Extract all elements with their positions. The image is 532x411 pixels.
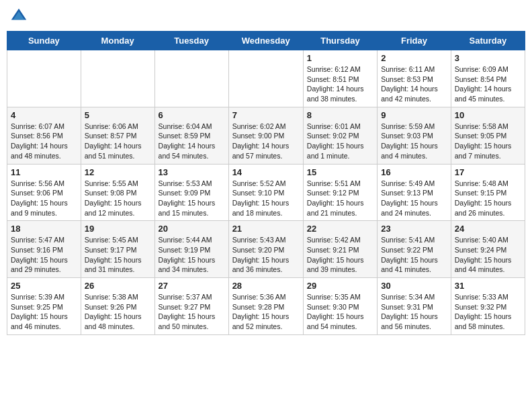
weekday-saturday: Saturday xyxy=(451,32,525,50)
day-info: Sunrise: 5:58 AM Sunset: 9:05 PM Dayligh… xyxy=(455,122,521,161)
calendar-cell: 22Sunrise: 5:42 AM Sunset: 9:21 PM Dayli… xyxy=(303,221,377,278)
calendar-cell: 9Sunrise: 5:59 AM Sunset: 9:03 PM Daylig… xyxy=(378,107,451,164)
day-info: Sunrise: 5:37 AM Sunset: 9:27 PM Dayligh… xyxy=(159,292,225,332)
calendar-cell xyxy=(7,50,81,107)
calendar-cell: 6Sunrise: 6:04 AM Sunset: 8:59 PM Daylig… xyxy=(154,107,228,164)
day-number: 9 xyxy=(381,110,447,120)
day-number: 6 xyxy=(159,110,225,120)
calendar-cell: 17Sunrise: 5:48 AM Sunset: 9:15 PM Dayli… xyxy=(451,164,525,221)
day-info: Sunrise: 5:53 AM Sunset: 9:09 PM Dayligh… xyxy=(159,179,225,218)
day-number: 14 xyxy=(232,167,300,177)
calendar-cell: 10Sunrise: 5:58 AM Sunset: 9:05 PM Dayli… xyxy=(451,107,525,164)
day-number: 29 xyxy=(307,281,373,291)
calendar-cell: 29Sunrise: 5:35 AM Sunset: 9:30 PM Dayli… xyxy=(303,278,377,335)
day-info: Sunrise: 5:35 AM Sunset: 9:30 PM Dayligh… xyxy=(307,292,373,332)
day-number: 12 xyxy=(85,167,151,177)
day-info: Sunrise: 6:07 AM Sunset: 8:56 PM Dayligh… xyxy=(11,122,77,161)
day-number: 10 xyxy=(455,110,521,120)
calendar-cell: 13Sunrise: 5:53 AM Sunset: 9:09 PM Dayli… xyxy=(154,164,228,221)
calendar-cell: 30Sunrise: 5:34 AM Sunset: 9:31 PM Dayli… xyxy=(378,278,451,335)
calendar-cell: 3Sunrise: 6:09 AM Sunset: 8:54 PM Daylig… xyxy=(451,50,525,107)
day-number: 27 xyxy=(159,281,225,291)
calendar-cell: 20Sunrise: 5:44 AM Sunset: 9:19 PM Dayli… xyxy=(154,221,228,278)
calendar-cell: 16Sunrise: 5:49 AM Sunset: 9:13 PM Dayli… xyxy=(378,164,451,221)
calendar-cell: 25Sunrise: 5:39 AM Sunset: 9:25 PM Dayli… xyxy=(7,278,81,335)
week-row-1: 1Sunrise: 6:12 AM Sunset: 8:51 PM Daylig… xyxy=(7,50,525,107)
day-info: Sunrise: 5:44 AM Sunset: 9:19 PM Dayligh… xyxy=(159,235,225,275)
day-number: 4 xyxy=(11,110,77,120)
day-number: 24 xyxy=(455,224,521,234)
day-number: 28 xyxy=(232,281,300,291)
day-number: 1 xyxy=(307,53,373,63)
calendar-cell: 8Sunrise: 6:01 AM Sunset: 9:02 PM Daylig… xyxy=(303,107,377,164)
week-row-4: 18Sunrise: 5:47 AM Sunset: 9:16 PM Dayli… xyxy=(7,221,525,278)
day-info: Sunrise: 5:36 AM Sunset: 9:28 PM Dayligh… xyxy=(232,292,300,332)
calendar-cell: 2Sunrise: 6:11 AM Sunset: 8:53 PM Daylig… xyxy=(378,50,451,107)
calendar-cell xyxy=(81,50,154,107)
day-info: Sunrise: 5:42 AM Sunset: 9:21 PM Dayligh… xyxy=(307,235,373,275)
calendar-cell: 24Sunrise: 5:40 AM Sunset: 9:24 PM Dayli… xyxy=(451,221,525,278)
day-number: 18 xyxy=(11,224,77,234)
day-info: Sunrise: 6:01 AM Sunset: 9:02 PM Dayligh… xyxy=(307,122,373,161)
day-info: Sunrise: 5:40 AM Sunset: 9:24 PM Dayligh… xyxy=(455,235,521,275)
day-info: Sunrise: 5:41 AM Sunset: 9:22 PM Dayligh… xyxy=(381,235,447,275)
day-info: Sunrise: 5:59 AM Sunset: 9:03 PM Dayligh… xyxy=(381,122,447,161)
week-row-5: 25Sunrise: 5:39 AM Sunset: 9:25 PM Dayli… xyxy=(7,278,525,335)
page-header xyxy=(7,7,525,26)
day-number: 22 xyxy=(307,224,373,234)
day-info: Sunrise: 5:52 AM Sunset: 9:10 PM Dayligh… xyxy=(232,179,300,218)
day-number: 16 xyxy=(381,167,447,177)
day-info: Sunrise: 6:06 AM Sunset: 8:57 PM Dayligh… xyxy=(85,122,151,161)
day-info: Sunrise: 5:43 AM Sunset: 9:20 PM Dayligh… xyxy=(232,235,300,275)
day-number: 5 xyxy=(85,110,151,120)
day-number: 19 xyxy=(85,224,151,234)
day-info: Sunrise: 5:49 AM Sunset: 9:13 PM Dayligh… xyxy=(381,179,447,218)
day-number: 25 xyxy=(11,281,77,291)
week-row-3: 11Sunrise: 5:56 AM Sunset: 9:06 PM Dayli… xyxy=(7,164,525,221)
day-info: Sunrise: 5:48 AM Sunset: 9:15 PM Dayligh… xyxy=(455,179,521,218)
weekday-wednesday: Wednesday xyxy=(228,32,303,50)
weekday-sunday: Sunday xyxy=(7,32,81,50)
day-number: 15 xyxy=(307,167,373,177)
weekday-monday: Monday xyxy=(81,32,154,50)
calendar-cell: 18Sunrise: 5:47 AM Sunset: 9:16 PM Dayli… xyxy=(7,221,81,278)
weekday-header-row: SundayMondayTuesdayWednesdayThursdayFrid… xyxy=(7,32,525,50)
logo xyxy=(9,7,31,26)
calendar-cell: 28Sunrise: 5:36 AM Sunset: 9:28 PM Dayli… xyxy=(228,278,303,335)
day-number: 30 xyxy=(381,281,447,291)
calendar-cell: 14Sunrise: 5:52 AM Sunset: 9:10 PM Dayli… xyxy=(228,164,303,221)
calendar-table: SundayMondayTuesdayWednesdayThursdayFrid… xyxy=(7,31,525,335)
day-info: Sunrise: 5:39 AM Sunset: 9:25 PM Dayligh… xyxy=(11,292,77,332)
day-info: Sunrise: 5:56 AM Sunset: 9:06 PM Dayligh… xyxy=(11,179,77,218)
calendar-cell: 27Sunrise: 5:37 AM Sunset: 9:27 PM Dayli… xyxy=(154,278,228,335)
calendar-cell: 26Sunrise: 5:38 AM Sunset: 9:26 PM Dayli… xyxy=(81,278,154,335)
calendar-body: 1Sunrise: 6:12 AM Sunset: 8:51 PM Daylig… xyxy=(7,50,525,335)
calendar-cell: 19Sunrise: 5:45 AM Sunset: 9:17 PM Dayli… xyxy=(81,221,154,278)
day-number: 2 xyxy=(381,53,447,63)
calendar-cell xyxy=(154,50,228,107)
day-number: 20 xyxy=(159,224,225,234)
day-info: Sunrise: 6:04 AM Sunset: 8:59 PM Dayligh… xyxy=(159,122,225,161)
calendar-cell: 12Sunrise: 5:55 AM Sunset: 9:08 PM Dayli… xyxy=(81,164,154,221)
day-number: 21 xyxy=(232,224,300,234)
calendar-cell xyxy=(228,50,303,107)
day-info: Sunrise: 6:11 AM Sunset: 8:53 PM Dayligh… xyxy=(381,64,447,104)
calendar-cell: 23Sunrise: 5:41 AM Sunset: 9:22 PM Dayli… xyxy=(378,221,451,278)
day-info: Sunrise: 6:12 AM Sunset: 8:51 PM Dayligh… xyxy=(307,64,373,104)
day-number: 7 xyxy=(232,110,300,120)
day-info: Sunrise: 5:38 AM Sunset: 9:26 PM Dayligh… xyxy=(85,292,151,332)
weekday-friday: Friday xyxy=(378,32,451,50)
day-info: Sunrise: 6:02 AM Sunset: 9:00 PM Dayligh… xyxy=(232,122,300,161)
day-info: Sunrise: 5:47 AM Sunset: 9:16 PM Dayligh… xyxy=(11,235,77,275)
week-row-2: 4Sunrise: 6:07 AM Sunset: 8:56 PM Daylig… xyxy=(7,107,525,164)
day-number: 31 xyxy=(455,281,521,291)
calendar-cell: 7Sunrise: 6:02 AM Sunset: 9:00 PM Daylig… xyxy=(228,107,303,164)
logo-icon xyxy=(9,7,28,26)
day-info: Sunrise: 5:55 AM Sunset: 9:08 PM Dayligh… xyxy=(85,179,151,218)
calendar-cell: 21Sunrise: 5:43 AM Sunset: 9:20 PM Dayli… xyxy=(228,221,303,278)
calendar-cell: 1Sunrise: 6:12 AM Sunset: 8:51 PM Daylig… xyxy=(303,50,377,107)
day-number: 8 xyxy=(307,110,373,120)
weekday-thursday: Thursday xyxy=(303,32,377,50)
weekday-tuesday: Tuesday xyxy=(154,32,228,50)
day-info: Sunrise: 5:33 AM Sunset: 9:32 PM Dayligh… xyxy=(455,292,521,332)
